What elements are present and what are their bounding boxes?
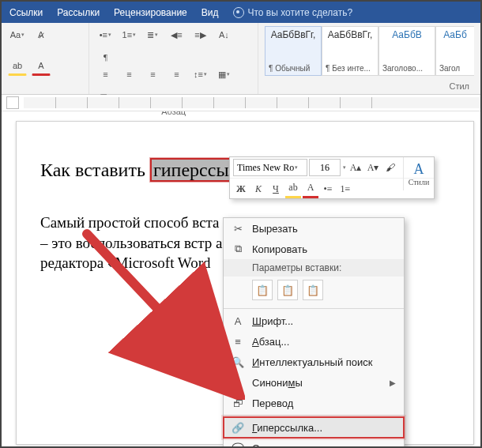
font-family-combo[interactable]: Times New Ro ▾: [233, 159, 307, 176]
heading-text: Как вставить: [40, 160, 150, 180]
chevron-down-icon: ▾: [295, 164, 298, 171]
shrink-font-button[interactable]: A▾: [365, 160, 381, 175]
menu-tabs: Ссылки Рассылки Рецензирование Вид Что в…: [2, 2, 480, 23]
style-heading2[interactable]: АаБб Загол: [435, 26, 474, 76]
paste-text-only-button[interactable]: 📋: [303, 280, 323, 300]
font-size-combo[interactable]: 16: [309, 159, 341, 176]
font-group-label: [8, 89, 82, 91]
indent-button[interactable]: ≡▶: [190, 26, 209, 43]
shading-button[interactable]: ▦▾: [214, 66, 233, 83]
tab-mailings[interactable]: Рассылки: [57, 7, 100, 18]
tab-selector[interactable]: [6, 96, 19, 109]
numbering-button[interactable]: 1≡▾: [119, 26, 138, 43]
grow-font-button[interactable]: A▴: [348, 160, 363, 175]
font-icon: A: [232, 314, 244, 327]
chevron-down-icon: ▾: [343, 164, 346, 171]
paste-options-header: Параметры вставки:: [224, 259, 404, 277]
paste-merge-button[interactable]: 📋: [277, 280, 298, 300]
comment-icon: 💬: [232, 442, 244, 448]
smart-lookup-item[interactable]: 🔍 Интеллектуальный поиск: [224, 352, 404, 372]
styles-gallery[interactable]: АаБбВвГг, ¶ Обычный АаБбВвГг, ¶ Без инте…: [265, 26, 474, 76]
highlight-button[interactable]: ab: [8, 57, 27, 76]
horizontal-ruler[interactable]: [2, 95, 480, 111]
tab-view[interactable]: Вид: [201, 7, 219, 18]
styles-group-label: Стил: [265, 80, 474, 91]
dedent-button[interactable]: ◀≡: [167, 26, 186, 43]
scissors-icon: ✂: [232, 222, 244, 235]
tab-links[interactable]: Ссылки: [9, 7, 43, 18]
mini-toolbar: Times New Ro ▾ 16 ▾ A▴ A▾ 🖌 A Стили Ж К …: [229, 156, 435, 199]
ribbon: Aa▾ A̷ ab A •≡▾ 1≡▾ ≣▾ ◀≡ ≡▶ A↓ ¶ ≡ ≡ ≡ …: [2, 23, 480, 95]
multilevel-button[interactable]: ≣▾: [143, 26, 162, 43]
paragraph-icon: ≡: [232, 335, 244, 348]
copy-item[interactable]: ⧉ Копировать: [224, 239, 404, 259]
search-icon: 🔍: [232, 356, 244, 368]
styles-icon: A: [414, 161, 424, 178]
font-color-button[interactable]: A: [32, 57, 51, 76]
font-item[interactable]: A Шрифт...: [224, 311, 404, 331]
style-normal[interactable]: АаБбВвГг, ¶ Обычный: [265, 26, 322, 76]
paste-keep-source-button[interactable]: 📋: [252, 280, 273, 300]
copy-icon: ⧉: [232, 243, 244, 255]
show-marks-button[interactable]: ¶: [96, 48, 115, 66]
synonyms-item[interactable]: Синонимы ▶: [224, 372, 404, 393]
link-icon: 🔗: [232, 421, 244, 434]
italic-button[interactable]: К: [250, 181, 266, 197]
bullets-button[interactable]: •≡: [320, 181, 336, 197]
menu-separator: [224, 308, 404, 309]
underline-button[interactable]: Ч: [268, 181, 284, 197]
cut-item[interactable]: ✂ Вырезать: [224, 218, 404, 239]
tab-review[interactable]: Рецензирование: [114, 7, 187, 18]
menu-separator: [224, 415, 404, 416]
style-no-spacing[interactable]: АаБбВвГг, ¶ Без инте...: [322, 26, 378, 76]
context-menu: ✂ Вырезать ⧉ Копировать Параметры вставк…: [223, 217, 405, 448]
paste-options: 📋 📋 📋: [224, 277, 404, 307]
change-case-button[interactable]: Aa▾: [8, 26, 27, 43]
tell-me-label: Что вы хотите сделать?: [248, 7, 353, 18]
align-left-button[interactable]: ≡: [96, 66, 115, 83]
bold-button[interactable]: Ж: [233, 181, 249, 197]
format-painter-button[interactable]: 🖌: [382, 160, 398, 175]
new-comment-item[interactable]: 💬 Создать примечание: [224, 438, 404, 448]
justify-button[interactable]: ≡: [167, 66, 186, 83]
align-right-button[interactable]: ≡: [143, 66, 162, 83]
align-center-button[interactable]: ≡: [119, 66, 138, 83]
style-heading1[interactable]: АаБбВ Заголово...: [378, 26, 435, 76]
clipboard-icon: 📋: [256, 284, 269, 296]
clipboard-icon: 📋: [307, 284, 319, 296]
lightbulb-icon: [233, 7, 244, 18]
highlight-button[interactable]: ab: [285, 180, 301, 198]
paragraph-item[interactable]: ≡ Абзац...: [224, 331, 404, 352]
hyperlink-item[interactable]: 🔗 Гиперссылка...: [224, 417, 404, 438]
font-color-button[interactable]: A: [303, 180, 318, 198]
mini-styles-button[interactable]: A Стили: [403, 157, 434, 190]
bullets-button[interactable]: •≡▾: [96, 26, 115, 43]
tell-me[interactable]: Что вы хотите сделать?: [233, 7, 353, 18]
clear-format-button[interactable]: A̷: [32, 26, 51, 43]
translate-item[interactable]: 🗗 Перевод: [224, 393, 404, 413]
numbering-button[interactable]: 1≡: [337, 181, 353, 197]
clipboard-icon: 📋: [281, 284, 294, 296]
translate-icon: 🗗: [232, 397, 244, 409]
line-spacing-button[interactable]: ↕≡▾: [190, 66, 209, 83]
ruler-area[interactable]: [24, 97, 480, 108]
sort-button[interactable]: A↓: [214, 26, 233, 43]
chevron-right-icon: ▶: [390, 378, 396, 387]
